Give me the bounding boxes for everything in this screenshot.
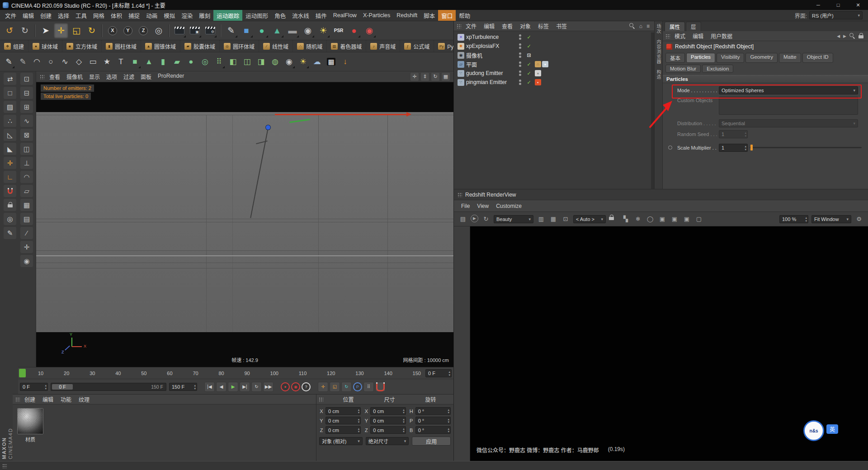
snap-dynamic-icon[interactable]: ◉ [20, 255, 33, 267]
material-menu-item[interactable]: 纹理 [75, 395, 93, 403]
object-name[interactable]: xpTurbulence [466, 34, 515, 40]
coord-input[interactable]: 0 ° [415, 407, 451, 415]
field-linear-button[interactable]: ∕线性域 [259, 40, 293, 52]
coordinate-system-button[interactable]: ◎ [151, 23, 166, 38]
coord-input[interactable]: 0 ° [415, 417, 451, 424]
color-profile-icon[interactable]: ◯ [646, 215, 655, 224]
spline-arc-button[interactable]: ◠ [30, 55, 43, 69]
range-slider-handle[interactable]: 0 F [52, 384, 73, 390]
material-menu-item[interactable]: 功能 [57, 395, 75, 403]
object-name[interactable]: 平面 [466, 61, 515, 68]
attribute-panel-tab[interactable]: 属性 [665, 22, 685, 31]
material-item[interactable]: 材质 [17, 408, 43, 443]
spline-circle-button[interactable]: ○ [44, 55, 57, 69]
search-icon[interactable] [629, 23, 635, 29]
object-state-icon[interactable]: ✓ [525, 61, 533, 67]
object-row[interactable]: ∵ gudong Emitter ✓ ● [454, 69, 654, 78]
record-pla-toggle[interactable]: ⠿ [363, 382, 374, 392]
coord-mode-select[interactable]: 对象 (相对) [319, 437, 363, 445]
qr-code-button[interactable]: ▦ [325, 55, 338, 69]
primitive-sphere-button[interactable]: ● [184, 55, 198, 69]
field-python-button[interactable]: PyPython域 [434, 40, 453, 52]
field-cylinder-button[interactable]: ▮圆柱体域 [102, 40, 141, 52]
maximize-button[interactable]: □ [828, 0, 848, 10]
floor-button[interactable]: ▬ [285, 23, 300, 38]
spline-rectangle-button[interactable]: ▭ [86, 55, 99, 69]
crop-icon[interactable]: ⊡ [561, 215, 570, 224]
texture-mode-icon[interactable]: ▨ [4, 101, 16, 113]
visibility-dots[interactable] [517, 34, 523, 40]
menu-item[interactable]: RealFlow [330, 10, 360, 21]
lock-icon[interactable] [859, 33, 863, 39]
snap-workplane-icon[interactable]: ▱ [20, 185, 33, 197]
om-menu-item[interactable]: 文件 [462, 22, 480, 30]
object-state-icon[interactable]: ✓ [525, 43, 533, 49]
send-to-picture-viewer-button[interactable]: ▣ [682, 215, 691, 224]
keyframe-snap-icon[interactable] [375, 382, 386, 392]
panel-handle-icon[interactable] [40, 75, 44, 79]
panel-handle-icon[interactable] [15, 397, 20, 402]
camera-button[interactable]: ◉ [301, 23, 315, 38]
aov-select[interactable]: Beauty [494, 215, 533, 223]
menu-item[interactable]: Redshift [393, 10, 420, 21]
attribute-tab[interactable]: Object ID [802, 53, 833, 63]
om-menu-item[interactable]: 编辑 [480, 22, 498, 30]
model-mode-icon[interactable]: □ [4, 87, 16, 99]
snap-axis-icon[interactable]: ✛ [20, 241, 33, 253]
sketch-tool-button[interactable]: ✎ [16, 55, 29, 69]
apply-button[interactable]: 应用 [412, 437, 451, 446]
go-to-end-button[interactable]: ▶▶ [263, 382, 274, 392]
forward-icon[interactable]: ▶ [843, 34, 846, 38]
coord-input[interactable]: 0 cm [326, 426, 361, 434]
lock-icon[interactable] [609, 215, 618, 224]
copy-image-button[interactable]: ▣ [670, 215, 679, 224]
landscape-button[interactable]: ▲ [270, 23, 284, 38]
interface-select[interactable]: RS (用户) [809, 11, 863, 19]
record-position-toggle[interactable]: ✛ [318, 382, 328, 392]
coord-size-select[interactable]: 绝对尺寸 [366, 437, 409, 445]
object-name[interactable]: 摄像机 [466, 52, 515, 59]
coord-input[interactable]: 0 cm [370, 426, 406, 434]
menu-item[interactable]: 创建 [37, 10, 55, 21]
viewport-scene[interactable] [36, 112, 453, 332]
menu-item[interactable]: 捕捉 [125, 10, 143, 21]
snap-grid-point-icon[interactable]: ▦ [20, 199, 33, 211]
snap-midpoint-icon[interactable]: ◫ [20, 143, 33, 155]
menu-item[interactable]: 文件 [2, 10, 19, 21]
material-menu-item[interactable]: 编辑 [39, 395, 57, 403]
attribute-tab[interactable]: Exclusion [702, 65, 733, 73]
menu-item[interactable]: 角色 [271, 10, 289, 21]
render-picture-viewer-button[interactable]: ▣ [188, 23, 202, 38]
ruler-frame-field[interactable]: 0 F [425, 369, 452, 377]
menu-item[interactable]: X-Particles [360, 10, 393, 21]
object-row[interactable]: ✶ xpTurbulence ✓ [454, 33, 654, 42]
play-forward-button[interactable]: ▶ [228, 382, 238, 392]
scale-multiplier-field[interactable]: 1 [719, 144, 748, 152]
sky-object-button[interactable]: ☁ [311, 55, 324, 69]
checker-background-icon[interactable]: ▚ [621, 215, 630, 224]
panel-handle-icon[interactable] [458, 193, 462, 197]
field-shader-button[interactable]: ▨着色器域 [327, 40, 366, 52]
save-image-button[interactable]: ▣ [658, 215, 667, 224]
field-cone-button[interactable]: ▲圆锥体域 [141, 40, 180, 52]
attribute-tab[interactable]: Geometry [745, 53, 778, 63]
menu-item[interactable]: 脚本 [420, 10, 438, 21]
download-button[interactable]: ↓ [339, 55, 352, 69]
primitive-torus-button[interactable]: ◎ [198, 55, 212, 69]
viewport-menu-item[interactable]: ProRender [155, 73, 187, 80]
display-mode-icon[interactable]: ▥ [537, 215, 546, 224]
snap-spline-icon[interactable]: ∿ [20, 115, 33, 127]
metaball-button[interactable]: ◍ [269, 55, 282, 69]
clipboard-button[interactable]: ▢ [694, 215, 703, 224]
menu-item[interactable]: 运动跟踪 [213, 10, 242, 21]
spline-text-button[interactable]: T [114, 55, 127, 69]
primitive-plane-button[interactable]: ▰ [170, 55, 184, 69]
timeline-range-slider[interactable]: 0 F 150 F [51, 383, 166, 391]
current-frame-marker[interactable] [19, 369, 26, 377]
rv-menu-item[interactable]: View [473, 203, 492, 209]
close-button[interactable]: ✕ [848, 0, 868, 10]
object-row[interactable]: ▱ 平面 ✓ ∴● [454, 60, 654, 69]
pen-tool-button[interactable]: ✎ [2, 55, 15, 69]
material-preview[interactable] [17, 408, 43, 434]
render-view-button[interactable] [172, 23, 187, 38]
